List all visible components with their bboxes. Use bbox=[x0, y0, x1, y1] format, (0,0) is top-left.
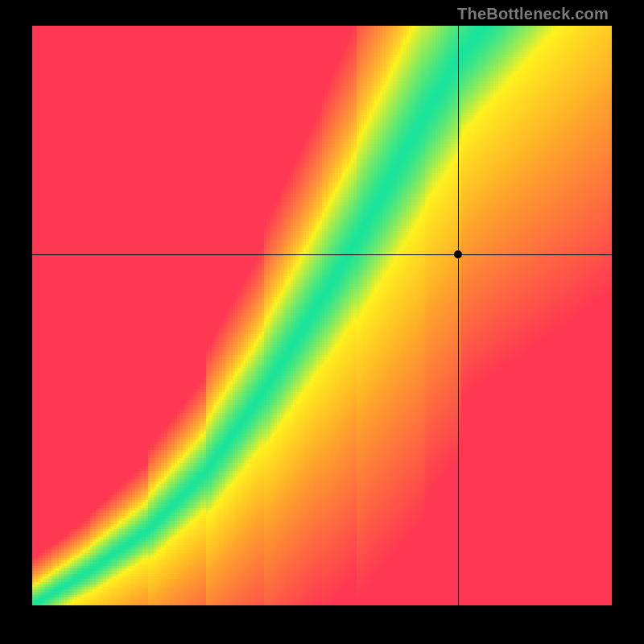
crosshair-vertical bbox=[458, 26, 459, 605]
chart-frame bbox=[32, 26, 612, 605]
crosshair-horizontal bbox=[32, 254, 612, 255]
watermark-text: TheBottleneck.com bbox=[457, 5, 609, 23]
heatmap-canvas bbox=[32, 26, 612, 605]
